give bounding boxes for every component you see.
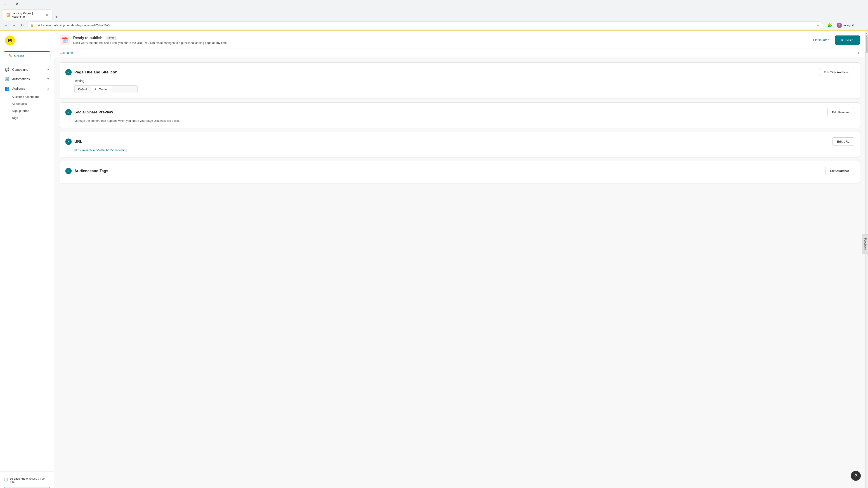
active-tab[interactable]: M Landing Pages | Mailchimp ✕ (3, 9, 53, 20)
url-section-title: URL (74, 139, 82, 144)
tab-default-label: Default (74, 86, 91, 93)
sidebar-item-audience-dashboard[interactable]: Audience dashboard (0, 93, 54, 100)
sidebar: M ✏️ Create 📢 Campaigns ▼ ⚙️ Automations… (0, 31, 54, 488)
tab-preview-value: Testing (99, 88, 108, 91)
clock-icon: 🕐 (4, 477, 8, 482)
audience-section-title-area: ✓ Audienceand Tags (65, 168, 108, 174)
sidebar-item-tags[interactable]: Tags (0, 114, 54, 121)
scroll-top-arrow: ▲ (857, 51, 860, 55)
browser-window-controls: – □ ✕ (3, 2, 19, 6)
lock-icon: 🔒 (31, 24, 34, 27)
scroll-thumb[interactable] (866, 35, 868, 53)
sidebar-item-signup-forms[interactable]: Signup forms (0, 107, 54, 114)
sidebar-bottom: 🕐 90 days left to access a free trial. S… (0, 471, 54, 488)
automations-chevron-icon: ▼ (47, 77, 50, 80)
trial-text: 90 days left to access a free trial. (10, 477, 51, 484)
publish-bar-subtitle: Don't worry, no one will see it until yo… (73, 41, 806, 44)
tab-close-button[interactable]: ✕ (45, 13, 49, 17)
edit-url-button[interactable]: Edit URL (832, 137, 854, 146)
sidebar-logo-area: M (0, 31, 54, 50)
url-check-icon: ✓ (65, 138, 72, 145)
address-bar-row: ← → ↻ 🔒 us21.admin.mailchimp.com/landing… (0, 20, 868, 30)
tab-bar: M Landing Pages | Mailchimp ✕ + (0, 8, 868, 20)
page-title-section-title-area: ✓ Page Title and Site Icon (65, 69, 118, 75)
page-title-value: Testing (74, 79, 854, 83)
audience-icon: 👥 (4, 86, 9, 91)
sidebar-item-all-contacts[interactable]: All contacts (0, 100, 54, 107)
social-share-desc: Manage the content that appears when you… (74, 119, 854, 123)
trial-notice: 🕐 90 days left to access a free trial. (4, 475, 51, 485)
url-display: us21.admin.mailchimp.com/landing-pages/e… (36, 24, 815, 27)
audience-section-card: ✓ Audienceand Tags Edit Audience (60, 161, 860, 184)
publish-bar-title: Ready to publish! Draft (73, 36, 806, 40)
page-title-section-card: ✓ Page Title and Site Icon Edit Title An… (60, 62, 860, 99)
publish-bar-content: Ready to publish! Draft Don't worry, no … (73, 36, 806, 44)
address-bar[interactable]: 🔒 us21.admin.mailchimp.com/landing-pages… (27, 22, 823, 29)
main-nav: 📢 Campaigns ▼ ⚙️ Automations ▼ 👥 Audienc… (0, 64, 54, 122)
tab-favicon: M (6, 13, 10, 17)
url-value[interactable]: https://mailchi.mp/5a643b62561a/testing (74, 149, 854, 152)
incognito-avatar: S (837, 23, 842, 28)
scroll-track (866, 35, 868, 488)
page-title-section-title: Page Title and Site Icon (74, 70, 118, 74)
audience-label: Audience (12, 87, 25, 90)
page-title-section-header: ✓ Page Title and Site Icon Edit Title An… (65, 68, 854, 76)
forward-button[interactable]: → (11, 22, 17, 29)
browser-menu-button[interactable]: ⋮ (859, 22, 865, 29)
edit-audience-button[interactable]: Edit Audience (825, 167, 854, 175)
audience-chevron-icon: ▲ (47, 87, 50, 90)
audience-section-header: ✓ Audienceand Tags Edit Audience (65, 167, 854, 175)
app-wrapper: M ✏️ Create 📢 Campaigns ▼ ⚙️ Automations… (0, 31, 868, 488)
feedback-tab[interactable]: Feedback (862, 234, 868, 254)
finish-later-button[interactable]: Finish later (809, 36, 832, 44)
draft-badge: Draft (106, 36, 116, 40)
bookmark-icon[interactable]: ☆ (816, 23, 819, 27)
campaigns-icon: 📢 (4, 67, 9, 72)
mailchimp-logo: M (4, 35, 16, 46)
maximize-button[interactable]: □ (8, 2, 13, 6)
edit-name-bar: Edit name ▲ (54, 49, 865, 57)
create-label: Create (14, 54, 24, 58)
audience-check-icon: ✓ (65, 168, 72, 174)
automations-icon: ⚙️ (4, 76, 9, 82)
url-section-title-area: ✓ URL (65, 138, 82, 145)
audience-section-title: Audienceand Tags (74, 169, 108, 173)
edit-name-link[interactable]: Edit name (60, 51, 73, 55)
refresh-button[interactable]: ↻ (19, 22, 25, 29)
edit-preview-button[interactable]: Edit Preview (827, 108, 854, 116)
tab-title: Landing Pages | Mailchimp (11, 11, 43, 18)
create-icon: ✏️ (8, 54, 12, 58)
tags-label: Tags (12, 116, 18, 120)
back-button[interactable]: ← (3, 22, 9, 29)
publish-bar-actions: Finish later Publish (809, 35, 860, 45)
edit-title-and-icon-button[interactable]: Edit Title And Icon (819, 68, 854, 76)
signup-forms-label: Signup forms (12, 109, 29, 112)
audience-dashboard-label: Audience dashboard (12, 95, 39, 98)
extensions-button[interactable]: 🧩 (827, 22, 833, 29)
minimize-button[interactable]: – (3, 2, 7, 6)
create-button[interactable]: ✏️ Create (4, 51, 51, 60)
sidebar-item-automations[interactable]: ⚙️ Automations ▼ (0, 74, 54, 84)
campaigns-chevron-icon: ▼ (47, 68, 50, 71)
scroll-up-arrow[interactable]: ▲ (866, 31, 868, 35)
url-section-card: ✓ URL Edit URL https://mailchi.mp/5a643b… (60, 132, 860, 158)
new-tab-button[interactable]: + (53, 14, 60, 20)
social-share-section-header: ✓ Social Share Preview Edit Preview (65, 108, 854, 116)
publish-button[interactable]: Publish (835, 35, 860, 45)
tab-refresh-icon: ↻ (95, 88, 98, 91)
sections-area: ✓ Page Title and Site Icon Edit Title An… (54, 57, 865, 189)
tab-preview: Default ↻ Testing (74, 86, 138, 93)
automations-label: Automations (12, 77, 30, 81)
browser-titlebar: – □ ✕ (0, 0, 868, 8)
incognito-button[interactable]: S Incognito (834, 22, 858, 29)
help-button[interactable]: ? (851, 471, 861, 481)
publish-icon: 🗓️ (60, 35, 70, 45)
social-share-section-title-area: ✓ Social Share Preview (65, 109, 113, 116)
sidebar-item-audience[interactable]: 👥 Audience ▲ (0, 84, 54, 93)
campaigns-label: Campaigns (12, 68, 28, 71)
start-trial-button[interactable]: Start your free trial (4, 487, 51, 488)
sidebar-item-campaigns[interactable]: 📢 Campaigns ▼ (0, 65, 54, 74)
right-scrollbar[interactable]: ▲ ▼ (865, 31, 868, 488)
close-button[interactable]: ✕ (14, 2, 19, 6)
svg-text:M: M (8, 38, 12, 43)
